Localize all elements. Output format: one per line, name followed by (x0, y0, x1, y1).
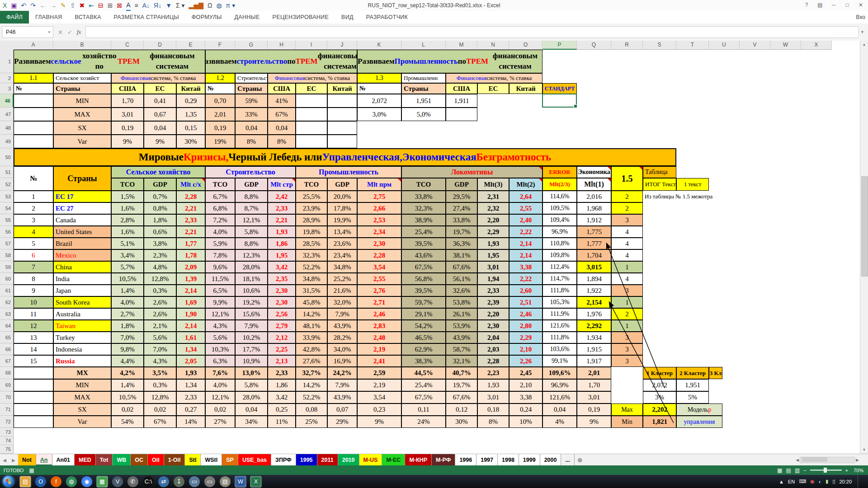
cell-I58[interactable]: 32,3% (296, 249, 327, 261)
cell-E63[interactable]: 1,90 (176, 308, 205, 320)
cell-B67[interactable]: Russia (53, 355, 111, 367)
column-header-O[interactable]: O (509, 41, 542, 50)
economy-header[interactable]: Экономика (577, 166, 611, 178)
ribbon-tab-файл[interactable]: ФАЙЛ (0, 11, 29, 23)
autosum-icon[interactable]: Σ ▾ (176, 0, 185, 10)
cell-G70[interactable]: 28,0% (235, 391, 268, 404)
cell-T70[interactable]: 5% (676, 391, 709, 404)
cell-H53[interactable]: 2,42 (268, 191, 296, 202)
cell-G55[interactable]: 12,1% (235, 214, 268, 226)
column-header-S[interactable]: S (643, 41, 676, 50)
cell-H65[interactable]: 2,12 (268, 332, 296, 343)
col-header-GDP[interactable]: GDP (327, 178, 357, 191)
cell-H68[interactable]: 2,33 (268, 367, 296, 379)
col-header-mlt1[interactable]: Mlt(1) (577, 178, 611, 191)
cell-Q57[interactable]: 1,777 (577, 238, 611, 249)
cell-N68[interactable]: 2,23 (477, 367, 509, 379)
cell-B71[interactable]: SX (53, 404, 111, 416)
cell-K65[interactable]: 2,48 (357, 332, 401, 343)
cell-H47[interactable]: 67% (268, 108, 296, 121)
filter-icon[interactable]: ▼ (165, 0, 172, 10)
cell-Q56[interactable]: 1,775 (577, 226, 611, 238)
clock[interactable]: 20:20 (839, 479, 852, 484)
sheet-tab-Stl[interactable]: Stl (185, 454, 201, 466)
col-header-GDP[interactable]: GDP (446, 178, 477, 191)
cell-A70[interactable] (14, 391, 53, 404)
section-label-1.2[interactable]: Строительст (235, 73, 268, 83)
cell-L69[interactable]: 25,4% (401, 379, 446, 391)
zoom-slider[interactable] (824, 468, 827, 473)
cell-H46[interactable]: 41% (268, 94, 296, 108)
cell-K71[interactable]: 0,23 (357, 404, 401, 416)
cell-M3[interactable]: США (446, 83, 477, 94)
cell-B60[interactable]: India (53, 273, 111, 285)
cell-P62[interactable]: 105,3% (542, 296, 577, 308)
cell-M65[interactable]: 43,9% (446, 332, 477, 343)
cell-O67[interactable]: 2,26 (509, 355, 542, 367)
page-break-view-icon[interactable]: ▥ (795, 467, 800, 474)
cell-H64[interactable]: 2,79 (268, 320, 296, 332)
cell-I59[interactable]: 52,2% (296, 261, 327, 273)
cell-K69[interactable]: 2,19 (357, 379, 401, 391)
column-header-C[interactable]: C (111, 41, 144, 50)
cell-H57[interactable]: 1,86 (268, 238, 296, 249)
cell-H56[interactable]: 1,93 (268, 226, 296, 238)
cell-K64[interactable]: 2,83 (357, 320, 401, 332)
sheet-tab-M-US[interactable]: M-US (359, 454, 382, 466)
cell-E70[interactable]: 2,33 (176, 391, 205, 404)
cell-F54[interactable]: 6,8% (205, 202, 235, 214)
group-header-industry[interactable]: Промышленность (296, 166, 401, 178)
cell-M67[interactable]: 32,1% (446, 355, 477, 367)
col-header-mlt23[interactable]: Mlt(2/3) (542, 178, 577, 191)
ribbon-tab-формулы[interactable]: ФОРМУЛЫ (185, 11, 228, 23)
row-header-2[interactable]: 2 (0, 73, 14, 83)
sheet-tab-2011[interactable]: 2011 (317, 454, 338, 466)
cell-F59[interactable]: 9,6% (205, 261, 235, 273)
row-header-3[interactable]: 3 (0, 83, 14, 94)
cell-N3[interactable]: ЕС (477, 83, 509, 94)
volume-icon[interactable]: ▮ (826, 479, 828, 484)
cell-D66[interactable]: 7,0% (144, 343, 176, 355)
cell-P65[interactable]: 111,8% (542, 332, 577, 343)
cell-M57[interactable]: 36,3% (446, 238, 477, 249)
cell-C53[interactable]: 1,5% (111, 191, 144, 202)
cell-E57[interactable]: 1,77 (176, 238, 205, 249)
cell-I70[interactable]: 52,2% (296, 391, 327, 404)
sheet-tab-USE_bas[interactable]: USE_bas (238, 454, 271, 466)
col-header-TCO[interactable]: TCO (205, 178, 235, 191)
cell-G57[interactable]: 8,8% (235, 238, 268, 249)
cell-H72[interactable]: 11% (268, 416, 296, 428)
sheet-tab-2000[interactable]: 2000 (540, 454, 561, 466)
cell-H55[interactable]: 2,21 (268, 214, 296, 226)
col-header-Mlt(3)[interactable]: Mlt(3) (477, 178, 509, 191)
cell-E67[interactable]: 2,05 (176, 355, 205, 367)
cell-F69[interactable]: 4,0% (205, 379, 235, 391)
cell-J47[interactable] (327, 108, 357, 121)
cell-B58[interactable]: Mexico (53, 249, 111, 261)
cell-G71[interactable]: 0,04 (235, 404, 268, 416)
cell-C62[interactable]: 4,0% (111, 296, 144, 308)
cell-B62[interactable]: South Korea (53, 296, 111, 308)
cell-A46[interactable] (14, 94, 53, 108)
cell-M58[interactable]: 38,1% (446, 249, 477, 261)
restore-button[interactable]: □ (841, 0, 854, 10)
cell-C64[interactable]: 1,8% (111, 320, 144, 332)
cell-M61[interactable]: 32,6% (446, 285, 477, 296)
format-painter-icon[interactable]: ✎ (61, 0, 66, 10)
cell-R53[interactable]: 2 (611, 191, 643, 202)
row-header-54[interactable]: 54 (0, 202, 14, 214)
cell-F67[interactable]: 6,3% (205, 355, 235, 367)
cell-C70[interactable]: 10,5% (111, 391, 144, 404)
standard-header[interactable]: СТАНДАРТ (542, 83, 577, 94)
name-box-dropdown-icon[interactable]: ▼ (47, 30, 53, 34)
row-header-71[interactable]: 71 (0, 404, 14, 416)
cell-P53[interactable]: 114,6% (542, 191, 577, 202)
cell-A3[interactable]: № (14, 83, 53, 94)
column-header-L[interactable]: L (401, 41, 446, 50)
cell-K57[interactable]: 2,30 (357, 238, 401, 249)
cell-A72[interactable] (14, 416, 53, 428)
column-header-M[interactable]: M (446, 41, 477, 50)
cell-K60[interactable]: 2,55 (357, 273, 401, 285)
cell-N55[interactable]: 2,20 (477, 214, 509, 226)
cell-F60[interactable]: 11,5% (205, 273, 235, 285)
